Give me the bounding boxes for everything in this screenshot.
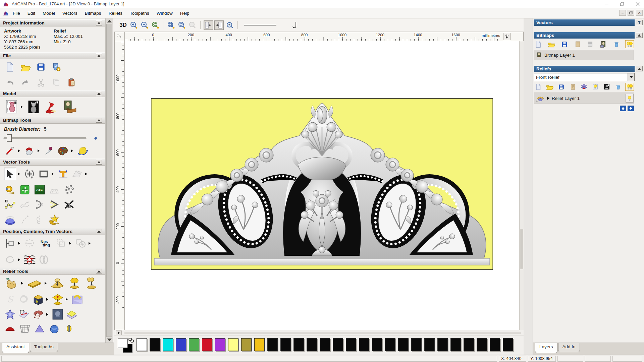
scrollbar-thumb[interactable] bbox=[520, 229, 523, 269]
menu-model[interactable]: Model bbox=[39, 9, 59, 17]
color-swatch[interactable] bbox=[293, 338, 304, 351]
create-rectangle-tool[interactable] bbox=[38, 168, 50, 180]
slider-thumb[interactable] bbox=[7, 134, 12, 142]
color-swatch[interactable] bbox=[333, 338, 343, 351]
clipped-tool-4[interactable] bbox=[48, 322, 60, 335]
clipped-tool-3[interactable] bbox=[34, 322, 46, 335]
move-layer-up-button[interactable] bbox=[620, 106, 626, 111]
flyout-arrow-icon[interactable] bbox=[18, 168, 21, 180]
toggle-all-reliefs-visible-button[interactable] bbox=[625, 83, 634, 91]
relief-set-combobox[interactable]: Front Relief bbox=[534, 73, 635, 81]
distort-grid-tool[interactable] bbox=[48, 183, 60, 196]
copy-button[interactable] bbox=[50, 76, 62, 89]
trim-vectors-tool[interactable] bbox=[63, 198, 75, 211]
collapse-bitmap-tools-button[interactable] bbox=[96, 118, 102, 123]
redo-button[interactable] bbox=[19, 76, 32, 89]
color-swatch[interactable] bbox=[307, 338, 317, 351]
color-swatch[interactable] bbox=[254, 338, 265, 351]
color-swatch[interactable] bbox=[320, 338, 330, 351]
envelope-distort-tool[interactable] bbox=[71, 168, 83, 180]
view-3d-button[interactable]: 3D bbox=[118, 20, 128, 30]
bitmap-to-vector-button[interactable] bbox=[76, 144, 89, 157]
flyout-arrow-icon[interactable] bbox=[66, 293, 69, 306]
color-swatch[interactable] bbox=[163, 338, 173, 351]
collapse-model-button[interactable] bbox=[96, 91, 102, 96]
create-shape-tool[interactable] bbox=[26, 277, 43, 290]
flyout-arrow-icon[interactable] bbox=[18, 237, 21, 250]
new-bitmap-layer-button[interactable] bbox=[534, 40, 543, 48]
color-swatch[interactable] bbox=[137, 338, 147, 351]
layer-visibility-button[interactable] bbox=[591, 83, 600, 91]
color-swatch[interactable] bbox=[503, 338, 513, 351]
collapse-position-button[interactable] bbox=[96, 229, 102, 234]
flyout-arrow-icon[interactable] bbox=[18, 144, 21, 157]
relief-envelope-tool[interactable] bbox=[52, 308, 64, 321]
move-layer-down-button[interactable] bbox=[628, 106, 634, 111]
add-relief-tool[interactable] bbox=[50, 277, 65, 290]
shape-editor-tool[interactable] bbox=[4, 277, 19, 290]
group-vectors-tool[interactable] bbox=[55, 237, 67, 250]
child-restore-icon[interactable] bbox=[628, 10, 634, 16]
bitmaps-header[interactable]: Bitmaps bbox=[534, 32, 635, 39]
relief-clipart-library-tool[interactable]: b bbox=[32, 293, 44, 306]
transform-vectors-tool[interactable] bbox=[23, 168, 36, 180]
join-vectors-tool[interactable] bbox=[4, 253, 16, 266]
clear-layer-button[interactable] bbox=[586, 40, 595, 48]
nesting-tool[interactable]: Nes ting bbox=[38, 237, 53, 250]
toggle-vector-view-button[interactable] bbox=[214, 20, 224, 30]
create-polyline-tool[interactable] bbox=[4, 198, 16, 211]
brush-diameter-slider[interactable] bbox=[3, 134, 87, 142]
vectors-filter-button[interactable] bbox=[636, 20, 643, 25]
zoom-previous-button[interactable] bbox=[151, 20, 160, 30]
flyout-arrow-icon[interactable] bbox=[46, 293, 50, 306]
interlock-vectors-tool[interactable] bbox=[38, 253, 50, 266]
color-swatch[interactable] bbox=[477, 338, 487, 351]
color-swatch[interactable] bbox=[424, 338, 435, 351]
close-icon[interactable] bbox=[635, 1, 641, 7]
flyout-arrow-icon[interactable] bbox=[45, 277, 48, 290]
color-swatch[interactable] bbox=[372, 338, 382, 351]
scrollbar-track[interactable] bbox=[124, 333, 521, 334]
wrap-vectors-tool[interactable] bbox=[48, 214, 60, 226]
clipped-tool-5[interactable] bbox=[63, 322, 75, 335]
collapse-vector-tools-button[interactable] bbox=[96, 160, 102, 165]
stack-transfer-button[interactable] bbox=[580, 83, 588, 91]
color-swatch[interactable] bbox=[346, 338, 356, 351]
load-bitmap-button[interactable] bbox=[60, 101, 78, 113]
menu-window[interactable]: Window bbox=[153, 9, 176, 17]
delete-relief-layer-button[interactable] bbox=[614, 83, 623, 91]
greyscale-from-model-button[interactable] bbox=[4, 101, 19, 113]
flyout-arrow-icon[interactable] bbox=[21, 277, 24, 290]
sculpting-tool[interactable] bbox=[32, 308, 44, 321]
open-bitmap-layer-button[interactable] bbox=[547, 40, 556, 48]
menu-file[interactable]: File bbox=[9, 9, 24, 17]
options-button[interactable] bbox=[50, 61, 62, 73]
tab-add-in[interactable]: Add In bbox=[558, 343, 580, 352]
toggle-bitmap-view-button[interactable] bbox=[204, 20, 213, 30]
paste-along-curve-tool[interactable] bbox=[63, 183, 75, 196]
create-star-relief-tool[interactable] bbox=[4, 308, 16, 321]
flyout-arrow-icon[interactable] bbox=[52, 168, 55, 180]
relief-layer-row[interactable]: Relief Layer 1 bbox=[534, 93, 634, 104]
tab-assistant[interactable]: Assistant bbox=[2, 343, 29, 353]
color-swatch[interactable] bbox=[215, 338, 225, 351]
create-text-tool[interactable] bbox=[57, 168, 69, 180]
color-swatch[interactable] bbox=[241, 338, 252, 351]
collapse-project-info-button[interactable] bbox=[96, 20, 102, 25]
zoom-selection-button[interactable] bbox=[188, 20, 197, 30]
zoom-in-button[interactable] bbox=[129, 20, 139, 30]
color-swatch[interactable] bbox=[437, 338, 448, 351]
offset-relief-tool[interactable] bbox=[66, 308, 78, 321]
menu-vectors[interactable]: Vectors bbox=[59, 9, 81, 17]
color-swatch[interactable] bbox=[150, 338, 160, 351]
toggle-all-bitmaps-visible-button[interactable] bbox=[625, 40, 634, 48]
create-arc-tool[interactable] bbox=[34, 198, 46, 211]
slider-track[interactable] bbox=[3, 137, 87, 139]
color-swatch[interactable] bbox=[189, 338, 199, 351]
reliefs-header[interactable]: Reliefs bbox=[534, 66, 635, 72]
flyout-arrow-icon[interactable] bbox=[71, 144, 74, 157]
merge-relief-tool[interactable] bbox=[84, 277, 99, 290]
flip-paste-tool[interactable] bbox=[71, 293, 83, 306]
relief-preview-button[interactable] bbox=[602, 83, 611, 91]
save-relief-layer-button[interactable] bbox=[557, 83, 566, 91]
